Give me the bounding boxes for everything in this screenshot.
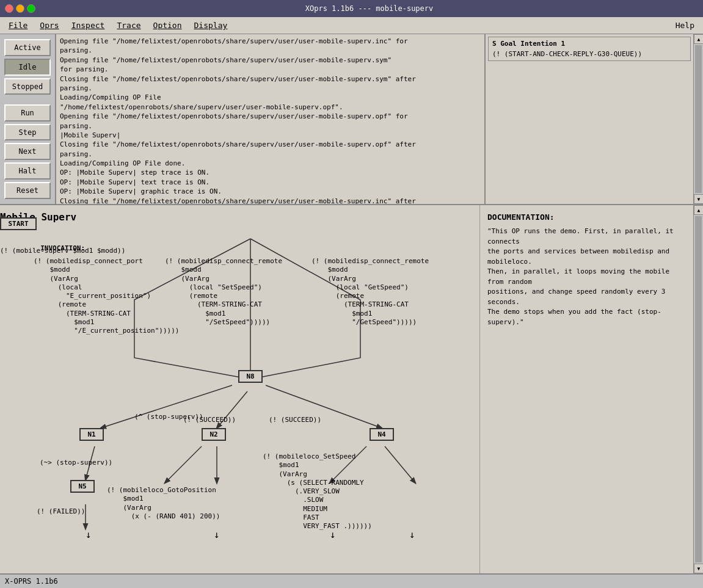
down-arrow-n4-left: ↓ (330, 529, 336, 542)
setspeed-label: (! (mobileloco_SetSpeed $mod1 (VarArg (s… (263, 452, 372, 531)
failed-label: (! (FAILED)) (37, 507, 85, 516)
menu-help[interactable]: Help (669, 20, 701, 31)
goal-box: S Goal Intention 1 (! (START-AND-CHECK-R… (488, 37, 691, 61)
menubar: File Oprs Inspect Trace Option Display H… (0, 17, 703, 34)
log-line: parsing. (60, 122, 481, 131)
next-button[interactable]: Next (4, 143, 51, 160)
log-line: Loading/Compiling OP File (60, 93, 481, 102)
left-branch-label: (! (mobiledisp_connect_port $modd (VarAr… (34, 257, 179, 336)
window-title: XOprs 1.1b6 --- mobile-superv (40, 4, 698, 13)
minimize-button[interactable] (16, 4, 24, 13)
goal-content: (! (START-AND-CHECK-REPLY-G30-QUEUE)) (492, 50, 687, 58)
node-n8: N8 (238, 370, 263, 383)
run-button[interactable]: Run (4, 104, 51, 122)
log-area[interactable]: Opening file "/home/felixtest/openrobots… (56, 34, 486, 204)
scroll-up-arrow[interactable]: ▲ (694, 34, 703, 44)
svg-line-6 (165, 446, 202, 483)
log-line: parsing. (60, 46, 481, 55)
status-text: X-OPRS 1.1b6 (5, 577, 58, 586)
menu-file[interactable]: File (2, 20, 34, 31)
titlebar: XOprs 1.1b6 --- mobile-superv (0, 0, 703, 17)
menu-inspect[interactable]: Inspect (65, 20, 111, 31)
svg-line-9 (385, 446, 415, 483)
scroll-thumb[interactable] (695, 45, 702, 193)
right-branch-label: (! (mobiledisp_connect_remote $modd (Var… (311, 257, 429, 327)
log-line: Closing file "/home/felixtest/openrobots… (60, 74, 481, 84)
active-button[interactable]: Active (4, 39, 51, 56)
diagram-container[interactable]: Mobile Superv INVOCATION: (! (mobile-sup… (0, 205, 479, 573)
scroll-down-arrow[interactable]: ▼ (694, 194, 703, 204)
stop-superv-2: (~> (stop-superv)) (40, 459, 112, 467)
menu-trace[interactable]: Trace (111, 20, 147, 31)
log-line: OP: |Mobile Superv| graphic trace is ON. (60, 187, 481, 196)
log-line: OP: |Mobile Superv| step trace is ON. (60, 168, 481, 177)
bottom-scroll-up[interactable]: ▲ (694, 205, 703, 215)
goal-title: S Goal Intention 1 (492, 40, 687, 48)
mid-left-branch-label: (! (mobiledisp_connect_remote $modd (Var… (165, 257, 282, 327)
bottom-section: Mobile Superv INVOCATION: (! (mobile-sup… (0, 205, 703, 573)
top-section: Active Idle Stopped Run Step Next Halt R… (0, 34, 703, 205)
menu-option[interactable]: Option (147, 20, 188, 31)
halt-button[interactable]: Halt (4, 162, 51, 180)
log-content: Opening file "/home/felixtest/openrobots… (60, 37, 481, 204)
log-line: Loading/Compiling OP File done. (60, 159, 481, 168)
down-arrow-n4-right: ↓ (409, 529, 415, 542)
log-line: Opening file "/home/felixtest/openrobots… (60, 112, 481, 121)
reset-button[interactable]: Reset (4, 182, 51, 199)
menu-oprs[interactable]: Oprs (34, 20, 65, 31)
invocation-content: (! (mobile-superv $mod1 $modd)) (0, 247, 125, 255)
bottom-right-scrollbar[interactable]: ▲ ▼ (693, 205, 703, 573)
bottom-scroll-down[interactable]: ▼ (694, 564, 703, 573)
maximize-button[interactable] (27, 4, 35, 13)
node-n1: N1 (79, 428, 104, 441)
succeed-label-1: (! (SUCCEED)) (183, 416, 236, 424)
log-line: parsing. (60, 150, 481, 159)
step-button[interactable]: Step (4, 124, 51, 141)
succeed-label-2: (! (SUCCEED)) (269, 416, 321, 424)
idle-button[interactable]: Idle (4, 59, 51, 76)
node-n2: N2 (202, 428, 226, 441)
node-n4: N4 (370, 428, 394, 441)
doc-title: DOCUMENTATION: (487, 212, 686, 222)
bottom-scroll-thumb[interactable] (695, 216, 702, 562)
log-line: |Mobile Superv| (60, 131, 481, 140)
diagram-canvas: Mobile Superv INVOCATION: (! (mobile-sup… (0, 205, 479, 573)
goto-pos-label: (! (mobileloco_GotoPosition $mod1 (VarAr… (107, 486, 220, 521)
log-line: "/home/felixtest/openrobots/share/superv… (60, 103, 481, 112)
log-line: parsing. (60, 84, 481, 93)
down-arrow-n5: ↓ (86, 529, 92, 542)
log-line: OP: |Mobile Superv| text trace is ON. (60, 178, 481, 187)
statusbar: X-OPRS 1.1b6 (0, 573, 703, 588)
log-line: Opening file "/home/felixtest/openrobots… (60, 37, 481, 46)
main-area: Active Idle Stopped Run Step Next Halt R… (0, 34, 703, 573)
doc-content: "This OP runs the demo. First, in parall… (487, 227, 686, 327)
close-button[interactable] (5, 4, 13, 13)
window-controls[interactable] (5, 4, 35, 13)
doc-panel: DOCUMENTATION: "This OP runs the demo. F… (479, 205, 693, 573)
node-n5: N5 (70, 480, 95, 493)
node-start: START (0, 217, 37, 230)
down-arrow-n2: ↓ (214, 529, 220, 542)
log-line: Opening file "/home/felixtest/openrobots… (60, 56, 481, 65)
log-line: Closing file "/home/felixtest/openrobots… (60, 140, 481, 149)
goal-panel: S Goal Intention 1 (! (START-AND-CHECK-R… (486, 34, 693, 204)
stopped-button[interactable]: Stopped (4, 78, 51, 95)
controls-panel: Active Idle Stopped Run Step Next Halt R… (0, 34, 56, 204)
menu-display[interactable]: Display (188, 20, 234, 31)
log-line: Closing file "/home/felixtest/openrobots… (60, 197, 481, 204)
log-line: for parsing. (60, 65, 481, 74)
top-scrollbar[interactable]: ▲ ▼ (693, 34, 703, 204)
